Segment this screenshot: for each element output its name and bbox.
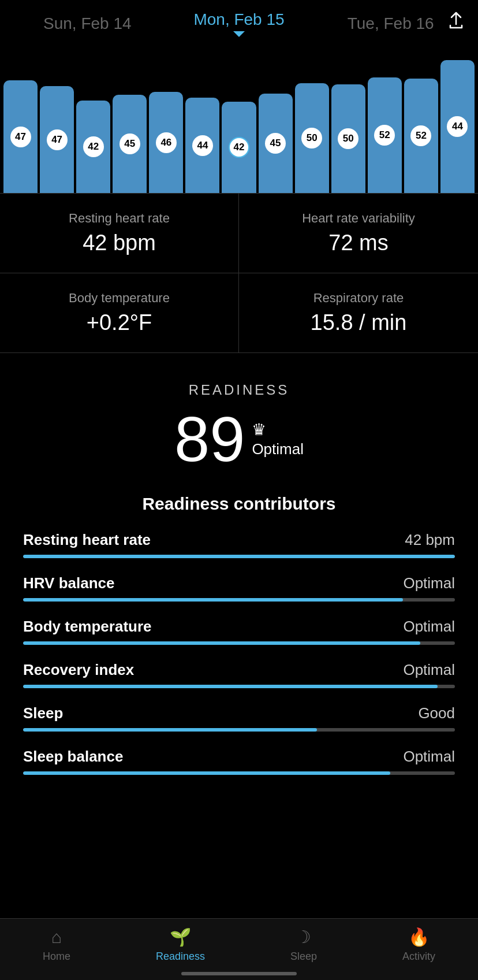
bar-value: 44 (447, 116, 468, 137)
nav-item-home[interactable]: ⌂Home (43, 927, 70, 963)
progress-bar-fill (23, 771, 390, 775)
bar-item[interactable]: 47 (40, 54, 74, 193)
bar-value: 44 (192, 135, 213, 156)
contributor-header: HRV balanceOptimal (23, 574, 455, 592)
readiness-icon: 🌱 (170, 927, 191, 947)
stat-cell: Respiratory rate15.8 / min (239, 273, 478, 353)
progress-bar-fill (23, 728, 317, 732)
progress-bar-bg (23, 771, 455, 775)
contributors-list: Resting heart rate42 bpmHRV balanceOptim… (23, 531, 455, 775)
nav-item-activity[interactable]: 🔥Activity (402, 927, 435, 963)
stat-cell: Resting heart rate42 bpm (0, 194, 239, 273)
stat-value: +0.2°F (14, 310, 225, 335)
contributor-header: Sleep balanceOptimal (23, 748, 455, 766)
nav-label-activity: Activity (402, 951, 435, 963)
crown-icon: ♛ (252, 420, 266, 439)
progress-bar-bg (23, 555, 455, 558)
contributor-header: Recovery indexOptimal (23, 661, 455, 679)
stat-label: Heart rate variability (253, 211, 464, 226)
date-navigation: Sun, Feb 14 Mon, Feb 15 Tue, Feb 16 (0, 0, 478, 43)
stat-value: 72 ms (253, 231, 464, 255)
progress-bar-fill (23, 598, 403, 602)
contributor-row: HRV balanceOptimal (23, 574, 455, 602)
stat-cell: Heart rate variability72 ms (239, 194, 478, 273)
prev-date[interactable]: Sun, Feb 14 (12, 14, 163, 33)
readiness-score-row: 89 ♛ Optimal (23, 407, 455, 471)
bar-value: 52 (374, 125, 395, 146)
readiness-status: Optimal (252, 440, 304, 458)
bar-value: 47 (47, 129, 68, 150)
bar-value: 42 (229, 137, 249, 158)
bar-item[interactable]: 50 (295, 54, 329, 193)
contributor-name: Sleep (23, 704, 63, 722)
bar-item[interactable]: 42 (76, 54, 110, 193)
bar-value: 47 (10, 127, 31, 147)
stat-label: Body temperature (14, 291, 225, 306)
bar-value: 42 (83, 136, 104, 157)
nav-label-sleep: Sleep (290, 951, 317, 963)
bar-value: 50 (301, 128, 322, 149)
contributors-section: Readiness contributors Resting heart rat… (0, 482, 478, 808)
progress-bar-fill (23, 555, 455, 558)
bar-item[interactable]: 50 (331, 54, 365, 193)
home-indicator (181, 972, 297, 975)
nav-item-sleep[interactable]: ☽Sleep (290, 927, 317, 963)
contributor-row: Sleep balanceOptimal (23, 748, 455, 775)
contributor-value: Optimal (403, 618, 455, 636)
bar-item[interactable]: 52 (368, 54, 402, 193)
progress-bar-bg (23, 641, 455, 645)
nav-label-home: Home (43, 951, 70, 963)
progress-bar-bg (23, 685, 455, 688)
readiness-title: READINESS (23, 382, 455, 398)
bar-item[interactable]: 46 (149, 54, 183, 193)
bar-item[interactable]: 45 (113, 54, 147, 193)
contributor-name: HRV balance (23, 574, 114, 592)
bar-item[interactable]: 45 (259, 54, 293, 193)
contributor-row: Recovery indexOptimal (23, 661, 455, 688)
stat-value: 15.8 / min (253, 310, 464, 335)
contributors-title: Readiness contributors (23, 494, 455, 514)
bar-item[interactable]: 44 (185, 54, 219, 193)
bar-value: 50 (338, 128, 358, 149)
contributor-value: Good (418, 704, 455, 722)
progress-bar-fill (23, 641, 420, 645)
contributor-name: Recovery index (23, 661, 134, 679)
contributor-name: Sleep balance (23, 748, 123, 766)
bottom-navigation: ⌂Home🌱Readiness☽Sleep🔥Activity (0, 918, 478, 980)
contributor-row: Body temperatureOptimal (23, 618, 455, 645)
activity-icon: 🔥 (408, 927, 430, 947)
nav-label-readiness: Readiness (156, 951, 205, 963)
bar-item[interactable]: 47 (3, 54, 38, 193)
contributor-header: Resting heart rate42 bpm (23, 531, 455, 549)
stat-label: Respiratory rate (253, 291, 464, 306)
stat-value: 42 bpm (14, 231, 225, 255)
contributor-name: Resting heart rate (23, 531, 151, 549)
progress-bar-fill (23, 685, 438, 688)
contributor-header: Body temperatureOptimal (23, 618, 455, 636)
progress-bar-bg (23, 728, 455, 732)
next-date[interactable]: Tue, Feb 16 (315, 14, 466, 33)
readiness-score: 89 (174, 407, 245, 471)
bar-value: 46 (156, 132, 177, 153)
readiness-optimal-col: ♛ Optimal (252, 420, 304, 458)
sleep-icon: ☽ (296, 927, 311, 947)
bar-item[interactable]: 42 (222, 54, 256, 193)
readiness-section: READINESS 89 ♛ Optimal (0, 353, 478, 482)
bar-item[interactable]: 52 (404, 54, 438, 193)
contributor-value: 42 bpm (405, 531, 455, 549)
share-button[interactable] (446, 10, 466, 33)
bar-chart: 47474245464442455050525244 (0, 43, 478, 193)
stat-cell: Body temperature+0.2°F (0, 273, 239, 353)
bar-value: 52 (410, 125, 431, 146)
active-date[interactable]: Mon, Feb 15 (163, 10, 315, 37)
contributor-row: SleepGood (23, 704, 455, 732)
bar-item[interactable]: 44 (440, 54, 475, 193)
contributor-value: Optimal (403, 748, 455, 766)
progress-bar-bg (23, 598, 455, 602)
contributor-value: Optimal (403, 661, 455, 679)
contributor-header: SleepGood (23, 704, 455, 722)
contributor-row: Resting heart rate42 bpm (23, 531, 455, 558)
bar-value: 45 (265, 133, 286, 154)
nav-item-readiness[interactable]: 🌱Readiness (156, 927, 205, 963)
home-icon: ⌂ (51, 927, 62, 947)
